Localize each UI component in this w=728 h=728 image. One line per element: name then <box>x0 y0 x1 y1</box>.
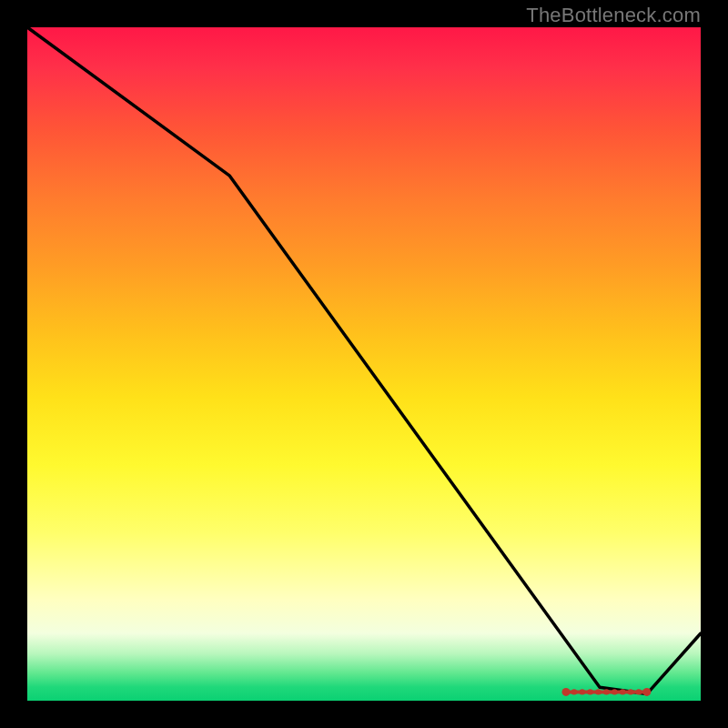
highlight-dot <box>603 689 609 694</box>
highlight-dot <box>580 689 585 694</box>
highlight-dot <box>595 689 601 694</box>
highlight-dot <box>612 689 617 694</box>
highlight-dot <box>562 688 571 696</box>
line-series <box>27 27 701 694</box>
chart-overlay <box>27 27 701 701</box>
highlight-segment <box>562 688 652 696</box>
highlight-dot <box>628 689 633 694</box>
chart-container: TheBottleneck.com <box>0 0 728 728</box>
highlight-dot <box>620 689 625 694</box>
highlight-dot <box>587 689 592 694</box>
watermark-text: TheBottleneck.com <box>526 4 701 27</box>
highlight-dot <box>571 689 577 694</box>
highlight-dot <box>642 688 651 696</box>
highlight-dot <box>636 689 642 694</box>
